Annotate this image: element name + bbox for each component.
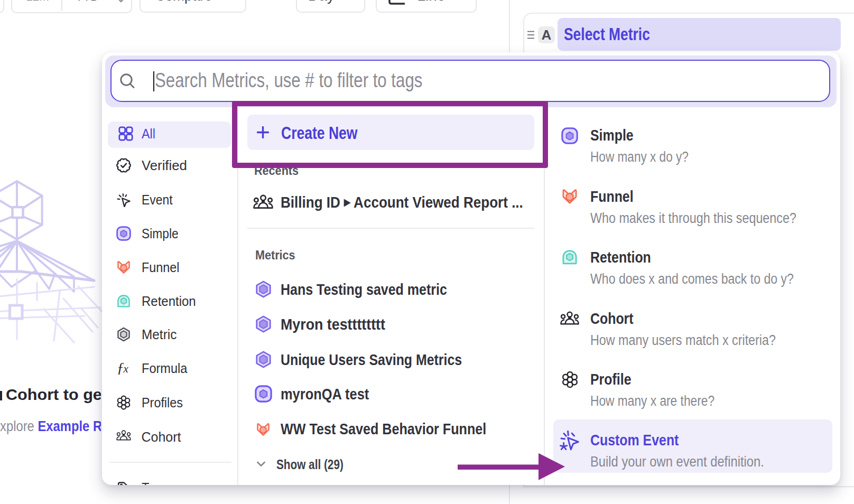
svg-text:x: x [123, 362, 129, 375]
